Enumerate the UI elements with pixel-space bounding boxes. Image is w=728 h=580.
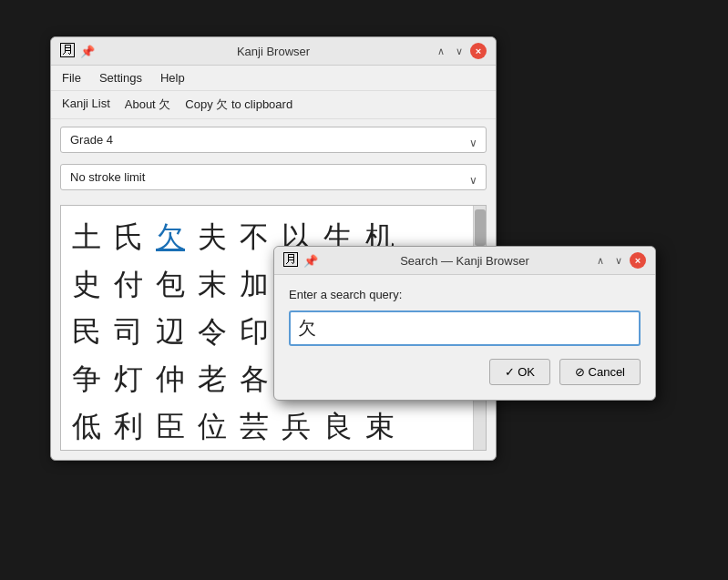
grade-dropdown-wrapper: Grade 4 [60, 127, 487, 158]
app-icon: 🈷 [60, 43, 75, 59]
kanji-芸[interactable]: 芸 [238, 404, 271, 448]
maximize-button[interactable]: ∨ [452, 44, 467, 59]
menu-help[interactable]: Help [159, 70, 187, 86]
menu-file[interactable]: File [60, 70, 83, 86]
kanji-各[interactable]: 各 [238, 357, 271, 401]
kanji-位[interactable]: 位 [196, 404, 229, 448]
search-dialog-title: Search — Kanji Browser [400, 254, 529, 268]
kanji-司[interactable]: 司 [112, 310, 145, 353]
kanji-灯[interactable]: 灯 [112, 357, 145, 401]
search-close-button[interactable]: × [630, 252, 646, 269]
toolbar: Kanji List About 欠 Copy 欠 to clipboard [51, 91, 496, 119]
search-minimize-button[interactable]: ∧ [593, 253, 608, 269]
toolbar-copy-clipboard[interactable]: Copy 欠 to clipboard [183, 96, 294, 114]
kanji-夫[interactable]: 夫 [196, 215, 229, 259]
title-bar-left: 🈷 📌 [60, 43, 95, 59]
search-title-controls: ∧ ∨ × [593, 252, 646, 269]
minimize-button[interactable]: ∧ [434, 44, 448, 59]
kanji-民[interactable]: 民 [70, 310, 103, 353]
kanji-仲[interactable]: 仲 [154, 357, 187, 401]
kanji-良[interactable]: 良 [322, 404, 354, 448]
search-pin-icon[interactable]: 📌 [303, 254, 318, 268]
search-body: Enter a search query: ✓ OK ⊘ Cancel [274, 275, 655, 400]
kanji-付[interactable]: 付 [112, 262, 145, 306]
search-app-icon: 🈷 [283, 252, 298, 269]
kanji-不[interactable]: 不 [238, 215, 271, 259]
kanji-低[interactable]: 低 [70, 404, 103, 448]
main-window-title: Kanji Browser [237, 45, 310, 58]
search-input[interactable] [289, 310, 641, 346]
kanji-印[interactable]: 印 [238, 310, 271, 353]
kanji-包[interactable]: 包 [154, 262, 187, 306]
stroke-dropdown-wrapper: No stroke limit [60, 164, 487, 196]
kanji-兵[interactable]: 兵 [280, 404, 313, 448]
kanji-争[interactable]: 争 [70, 357, 103, 401]
pin-icon[interactable]: 📌 [80, 45, 95, 58]
kanji-老[interactable]: 老 [196, 357, 229, 401]
kanji-土[interactable]: 土 [70, 215, 103, 259]
kanji-末[interactable]: 末 [196, 262, 229, 306]
dropdown-container: Grade 4 No stroke limit [51, 119, 496, 205]
search-dialog: 🈷 📌 Search — Kanji Browser ∧ ∨ × Enter a… [273, 246, 656, 401]
toolbar-about[interactable]: About 欠 [123, 96, 173, 114]
search-ok-button[interactable]: ✓ OK [489, 359, 550, 385]
kanji-史[interactable]: 史 [70, 262, 103, 306]
kanji-利[interactable]: 利 [112, 404, 145, 448]
kanji-束[interactable]: 束 [364, 404, 396, 448]
search-title-bar: 🈷 📌 Search — Kanji Browser ∧ ∨ × [274, 247, 655, 275]
kanji-scrollbar-thumb[interactable] [475, 209, 486, 246]
title-bar-controls: ∧ ∨ × [434, 43, 487, 59]
kanji-令[interactable]: 令 [196, 310, 229, 353]
search-maximize-button[interactable]: ∨ [611, 253, 626, 269]
search-title-left: 🈷 📌 [283, 252, 318, 269]
main-title-bar: 🈷 📌 Kanji Browser ∧ ∨ × [51, 37, 496, 66]
search-prompt-label: Enter a search query: [289, 288, 641, 301]
kanji-辺[interactable]: 辺 [154, 310, 187, 353]
grade-dropdown[interactable]: Grade 4 [60, 127, 487, 153]
kanji-row-5: 低 利 臣 位 芸 兵 良 束 [70, 404, 464, 448]
close-button[interactable]: × [470, 43, 487, 59]
menu-settings[interactable]: Settings [97, 70, 144, 86]
menu-bar: File Settings Help [51, 66, 496, 91]
toolbar-kanji-list[interactable]: Kanji List [60, 96, 112, 114]
kanji-欠[interactable]: 欠 [154, 215, 187, 259]
search-cancel-button[interactable]: ⊘ Cancel [559, 359, 641, 385]
kanji-加[interactable]: 加 [238, 262, 271, 306]
stroke-dropdown[interactable]: No stroke limit [60, 164, 487, 190]
kanji-氏[interactable]: 氏 [112, 215, 145, 259]
kanji-臣[interactable]: 臣 [154, 404, 187, 448]
search-buttons: ✓ OK ⊘ Cancel [289, 359, 641, 385]
